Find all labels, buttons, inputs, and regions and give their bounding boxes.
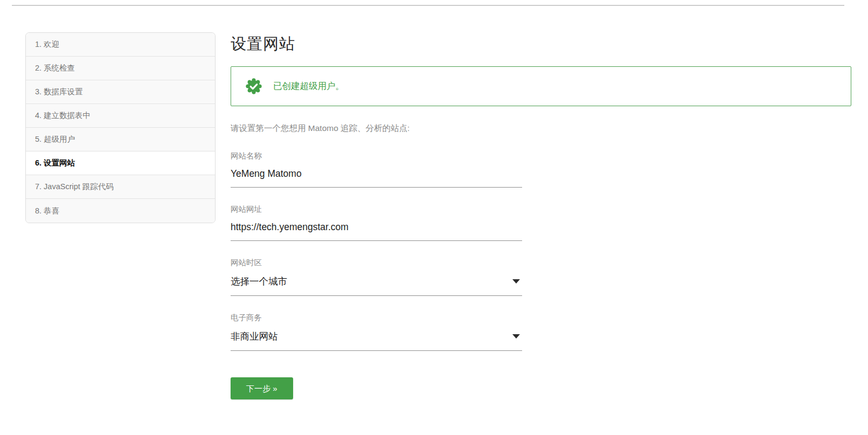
timezone-label: 网站时区 [231,258,522,268]
site-url-label: 网站网址 [231,204,522,215]
ecommerce-select[interactable]: 非商业网站 [231,330,522,351]
sidebar-item-database-setup[interactable]: 3. 数据库设置 [26,80,215,104]
success-message-text: 已创建超级用户。 [273,80,344,92]
next-step-button[interactable]: 下一步 » [231,377,293,399]
wizard-steps-sidebar: 1. 欢迎 2. 系统检查 3. 数据库设置 4. 建立数据表中 5. 超级用户… [25,32,216,223]
sidebar-item-superuser[interactable]: 5. 超级用户 [26,128,215,151]
site-name-input[interactable]: YeMeng Matomo [231,168,522,188]
check-seal-icon [245,78,262,95]
form-group-timezone: 网站时区 选择一个城市 [231,258,522,296]
chevron-down-icon [512,279,520,284]
sidebar-item-creating-tables[interactable]: 4. 建立数据表中 [26,104,215,128]
setup-description: 请设置第一个您想用 Matomo 追踪、分析的站点: [231,123,851,134]
timezone-selected-value: 选择一个城市 [231,275,287,288]
sidebar-item-setup-website[interactable]: 6. 设置网站 [26,151,215,175]
site-setup-form: 网站名称 YeMeng Matomo 网站网址 https://tech.yem… [231,151,522,399]
form-group-ecommerce: 电子商务 非商业网站 [231,313,522,351]
sidebar-item-welcome[interactable]: 1. 欢迎 [26,33,215,57]
site-url-value: https://tech.yemengstar.com [231,222,349,233]
site-name-value: YeMeng Matomo [231,168,302,179]
main-content: 设置网站 已 [231,32,851,399]
sidebar-item-js-tracking-code[interactable]: 7. JavaScript 跟踪代码 [26,175,215,199]
page-title: 设置网站 [231,33,851,55]
ecommerce-selected-value: 非商业网站 [231,330,278,343]
sidebar-item-system-check[interactable]: 2. 系统检查 [26,57,215,80]
top-divider [12,5,844,6]
form-group-site-url: 网站网址 https://tech.yemengstar.com [231,204,522,241]
ecommerce-label: 电子商务 [231,313,522,323]
chevron-down-icon [512,334,520,339]
timezone-select[interactable]: 选择一个城市 [231,275,522,296]
site-name-label: 网站名称 [231,151,522,161]
site-url-input[interactable]: https://tech.yemengstar.com [231,222,522,241]
form-group-site-name: 网站名称 YeMeng Matomo [231,151,522,188]
installation-wizard: 1. 欢迎 2. 系统检查 3. 数据库设置 4. 建立数据表中 5. 超级用户… [25,32,851,399]
success-message-box: 已创建超级用户。 [231,66,851,106]
sidebar-item-congratulations[interactable]: 8. 恭喜 [26,199,215,223]
